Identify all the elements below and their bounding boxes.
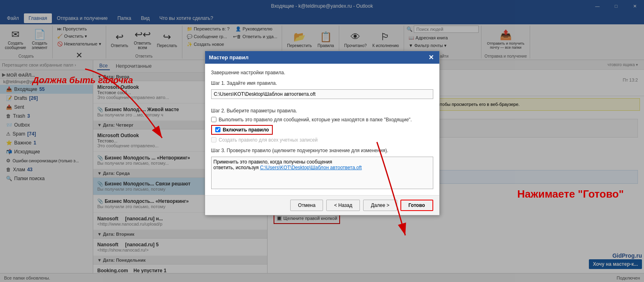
step3-link[interactable]: C:\Users\KOT\Desktop\Шаблон автоответа.o… <box>260 165 362 170</box>
modal-footer: Отмена < Назад Далее > Готово <box>205 195 439 215</box>
enable-rule-row: Включить правило <box>211 125 433 135</box>
modal-step1-label: Шаг 1. Задайте имя правила. <box>211 80 433 86</box>
modal-step3-textarea: Применить это правило, когда получены со… <box>211 157 433 189</box>
modal-overlay: Мастер правил ✕ Завершение настройки пра… <box>0 0 644 282</box>
modal-title-bar: Мастер правил ✕ <box>205 51 439 64</box>
next-button[interactable]: Далее > <box>363 200 397 211</box>
all-accounts-checkbox[interactable] <box>211 137 216 142</box>
modal-title: Мастер правил <box>209 54 249 60</box>
modal-rule-name-input[interactable] <box>211 89 433 99</box>
back-button[interactable]: < Назад <box>326 200 360 211</box>
enable-rule-label: Включить правило <box>223 127 269 133</box>
modal-step2-label: Шаг 2. Выберите параметры правила. <box>211 108 433 114</box>
all-accounts-label: Создать правило для всех учетных записей <box>219 137 318 143</box>
checkbox-row-apply-existing: Выполнить это правило для сообщений, кот… <box>211 117 433 123</box>
modal-step3-label: Шаг 3. Проверьте правило (щелкните подче… <box>211 148 433 153</box>
apply-existing-checkbox[interactable] <box>211 117 216 122</box>
rules-wizard-modal: Мастер правил ✕ Завершение настройки пра… <box>205 51 440 215</box>
cancel-button[interactable]: Отмена <box>290 200 323 211</box>
enable-rule-checkbox[interactable] <box>215 127 220 132</box>
modal-close-button[interactable]: ✕ <box>427 54 435 61</box>
modal-intro: Завершение настройки правила. <box>211 70 433 75</box>
finish-button[interactable]: Готово <box>400 200 433 211</box>
modal-body: Завершение настройки правила. Шаг 1. Зад… <box>205 64 439 195</box>
apply-existing-label: Выполнить это правило для сообщений, кот… <box>219 117 412 123</box>
checkbox-row-all-accounts: Создать правило для всех учетных записей <box>211 137 433 143</box>
